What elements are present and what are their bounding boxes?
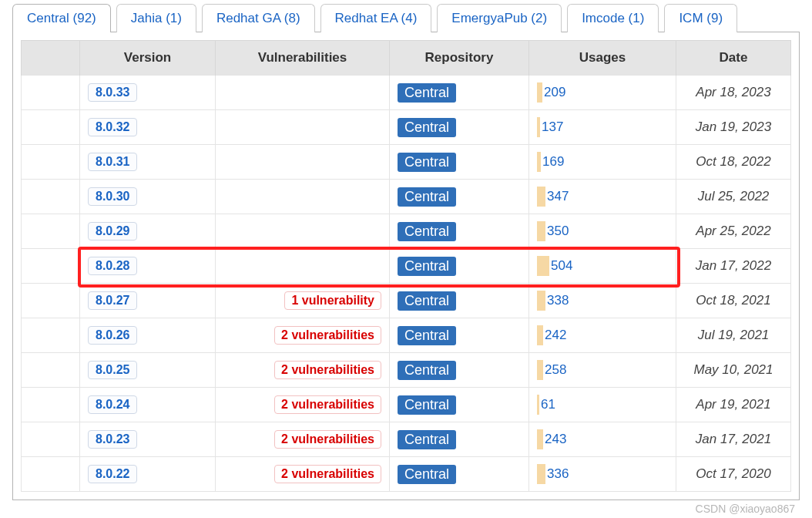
repository-link[interactable]: Central bbox=[398, 430, 456, 449]
col-header-vulnerabilities: Vulnerabilities bbox=[216, 41, 390, 76]
usages-link[interactable]: 336 bbox=[547, 466, 569, 482]
cell-repository: Central bbox=[390, 388, 529, 422]
usage-bar bbox=[537, 464, 545, 484]
usage-bar bbox=[537, 256, 549, 276]
usages-link[interactable]: 61 bbox=[541, 397, 555, 412]
usages-link[interactable]: 209 bbox=[544, 85, 565, 100]
cell-vulnerabilities: 2 vulnerabilities bbox=[216, 388, 390, 422]
repository-link[interactable]: Central bbox=[398, 326, 456, 345]
usage-bar bbox=[537, 117, 540, 137]
table-row: 8.0.32Central137Jan 19, 2023 bbox=[22, 110, 791, 145]
usages-link[interactable]: 137 bbox=[542, 119, 563, 135]
usage-bar bbox=[537, 152, 541, 172]
cell-vulnerabilities: 1 vulnerability bbox=[216, 284, 390, 318]
cell-version: 8.0.25 bbox=[80, 353, 216, 388]
version-link[interactable]: 8.0.26 bbox=[88, 326, 137, 345]
vulnerability-badge[interactable]: 2 vulnerabilities bbox=[274, 430, 381, 449]
usages-link[interactable]: 504 bbox=[551, 258, 572, 274]
repository-link[interactable]: Central bbox=[398, 291, 456, 311]
cell-date: Apr 18, 2023 bbox=[676, 76, 791, 110]
cell-version: 8.0.22 bbox=[80, 457, 216, 492]
repository-link[interactable]: Central bbox=[398, 187, 456, 207]
versions-table: Version Vulnerabilities Repository Usage… bbox=[21, 40, 791, 492]
tab-1[interactable]: Jahia (1) bbox=[116, 4, 196, 32]
repository-link[interactable]: Central bbox=[398, 465, 456, 484]
tab-0[interactable]: Central (92) bbox=[12, 4, 111, 32]
table-row: 8.0.262 vulnerabilitiesCentral242Jul 19,… bbox=[22, 318, 791, 353]
cell-usages: 243 bbox=[529, 422, 676, 457]
version-link[interactable]: 8.0.25 bbox=[88, 361, 137, 379]
version-link[interactable]: 8.0.33 bbox=[88, 83, 137, 102]
usages-link[interactable]: 338 bbox=[547, 293, 569, 308]
tab-6[interactable]: ICM (9) bbox=[664, 4, 737, 32]
repository-link[interactable]: Central bbox=[398, 153, 456, 172]
version-link[interactable]: 8.0.29 bbox=[88, 222, 137, 240]
table-row: 8.0.28Central504Jan 17, 2022 bbox=[22, 249, 791, 284]
usage-bar bbox=[537, 291, 545, 311]
col-header-version: Version bbox=[80, 41, 216, 76]
cell-date: Jul 19, 2021 bbox=[676, 318, 791, 353]
vulnerability-badge[interactable]: 2 vulnerabilities bbox=[274, 465, 381, 483]
cell-version: 8.0.31 bbox=[80, 145, 216, 180]
cell-vulnerabilities: 2 vulnerabilities bbox=[216, 422, 390, 457]
usages-link[interactable]: 258 bbox=[545, 362, 566, 378]
repository-link[interactable]: Central bbox=[398, 361, 456, 380]
version-link[interactable]: 8.0.27 bbox=[88, 291, 137, 310]
vulnerability-badge[interactable]: 2 vulnerabilities bbox=[274, 361, 381, 379]
usages-link[interactable]: 242 bbox=[545, 328, 566, 343]
repository-link[interactable]: Central bbox=[398, 83, 456, 103]
cell-repository: Central bbox=[390, 180, 529, 214]
tab-4[interactable]: EmergyaPub (2) bbox=[437, 4, 562, 32]
repository-link[interactable]: Central bbox=[398, 395, 456, 415]
row-blank bbox=[22, 180, 80, 214]
cell-repository: Central bbox=[390, 353, 529, 388]
cell-usages: 258 bbox=[529, 353, 676, 388]
vulnerability-badge[interactable]: 2 vulnerabilities bbox=[274, 395, 381, 414]
version-link[interactable]: 8.0.28 bbox=[88, 257, 137, 275]
cell-usages: 61 bbox=[529, 388, 676, 422]
version-link[interactable]: 8.0.30 bbox=[88, 187, 137, 206]
cell-repository: Central bbox=[390, 284, 529, 318]
vulnerability-badge[interactable]: 2 vulnerabilities bbox=[274, 326, 381, 345]
usages-link[interactable]: 350 bbox=[547, 224, 569, 239]
repository-link[interactable]: Central bbox=[398, 118, 456, 137]
row-blank bbox=[22, 353, 80, 388]
table-row: 8.0.252 vulnerabilitiesCentral258May 10,… bbox=[22, 353, 791, 388]
cell-vulnerabilities: 2 vulnerabilities bbox=[216, 353, 390, 388]
tab-2[interactable]: Redhat GA (8) bbox=[202, 4, 315, 32]
usages-link[interactable]: 243 bbox=[545, 432, 566, 447]
version-link[interactable]: 8.0.24 bbox=[88, 395, 137, 414]
table-row: 8.0.271 vulnerabilityCentral338Oct 18, 2… bbox=[22, 284, 791, 318]
row-blank bbox=[22, 249, 80, 284]
version-link[interactable]: 8.0.22 bbox=[88, 465, 137, 483]
row-blank bbox=[22, 388, 80, 422]
tab-3[interactable]: Redhat EA (4) bbox=[320, 4, 432, 32]
usages-link[interactable]: 347 bbox=[547, 189, 569, 204]
row-blank bbox=[22, 284, 80, 318]
cell-date: Jan 19, 2023 bbox=[676, 110, 791, 145]
cell-vulnerabilities bbox=[216, 249, 390, 284]
repository-link[interactable]: Central bbox=[398, 222, 456, 241]
version-link[interactable]: 8.0.23 bbox=[88, 430, 137, 449]
cell-usages: 504 bbox=[529, 249, 676, 284]
cell-vulnerabilities: 2 vulnerabilities bbox=[216, 318, 390, 353]
version-link[interactable]: 8.0.32 bbox=[88, 118, 137, 136]
cell-version: 8.0.27 bbox=[80, 284, 216, 318]
table-row: 8.0.30Central347Jul 25, 2022 bbox=[22, 180, 791, 214]
cell-date: May 10, 2021 bbox=[676, 353, 791, 388]
usage-bar bbox=[537, 325, 543, 345]
vulnerability-badge[interactable]: 1 vulnerability bbox=[284, 291, 381, 310]
cell-date: Oct 18, 2021 bbox=[676, 284, 791, 318]
repository-link[interactable]: Central bbox=[398, 257, 456, 276]
cell-usages: 336 bbox=[529, 457, 676, 492]
col-header-repository: Repository bbox=[390, 41, 529, 76]
tab-5[interactable]: Imcode (1) bbox=[567, 4, 659, 32]
version-link[interactable]: 8.0.31 bbox=[88, 153, 137, 171]
table-row: 8.0.31Central169Oct 18, 2022 bbox=[22, 145, 791, 180]
row-blank bbox=[22, 145, 80, 180]
row-blank bbox=[22, 422, 80, 457]
cell-repository: Central bbox=[390, 145, 529, 180]
table-row: 8.0.232 vulnerabilitiesCentral243Jan 17,… bbox=[22, 422, 791, 457]
usages-link[interactable]: 169 bbox=[542, 154, 564, 170]
col-header-date: Date bbox=[676, 41, 791, 76]
